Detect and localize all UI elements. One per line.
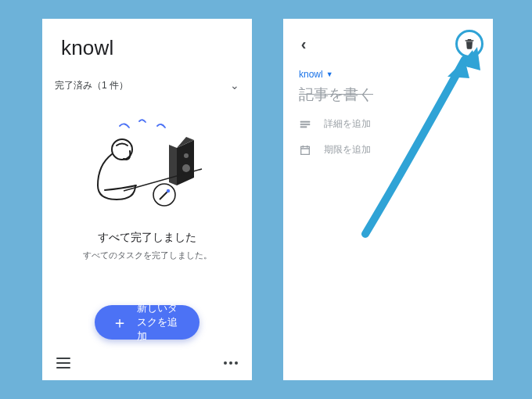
empty-state-illustration [77, 117, 217, 226]
chevron-down-icon: ⌄ [230, 79, 239, 92]
notes-icon [299, 118, 311, 131]
empty-state-subtitle: すべてのタスクを完了しました。 [42, 250, 252, 261]
add-task-button[interactable]: ＋ 新しいタスクを追加 [95, 305, 200, 340]
bottom-bar [42, 346, 252, 380]
screen-task-list: knowl 完了済み（1 件） ⌄ [42, 19, 252, 380]
add-details-row[interactable]: 詳細を追加 [283, 105, 493, 131]
more-icon[interactable] [224, 361, 238, 365]
add-task-button-label: 新しいタスクを追加 [137, 301, 182, 343]
empty-state-title: すべて完了しました [42, 231, 252, 245]
trash-icon [463, 38, 476, 50]
completed-section-label: 完了済み（1 件） [55, 79, 128, 92]
app-title: knowl [42, 19, 252, 70]
calendar-icon [299, 144, 311, 156]
svg-point-5 [167, 189, 170, 192]
screen-task-detail: ‹ knowl ▼ 記事を書く 詳細を追加 期限を追加 [283, 19, 493, 380]
add-details-label: 詳細を追加 [324, 117, 371, 131]
detail-top-bar: ‹ [283, 19, 493, 61]
menu-icon[interactable] [56, 358, 70, 368]
add-date-row[interactable]: 期限を追加 [283, 131, 493, 156]
task-title[interactable]: 記事を書く [283, 80, 493, 105]
svg-point-0 [184, 153, 189, 158]
plus-icon: ＋ [112, 315, 128, 330]
list-selector-label: knowl [299, 69, 323, 80]
dropdown-icon: ▼ [326, 70, 333, 78]
add-date-label: 期限を追加 [324, 143, 371, 156]
list-selector[interactable]: knowl ▼ [283, 61, 493, 80]
delete-button[interactable] [455, 30, 483, 58]
svg-point-1 [182, 164, 190, 172]
completed-section-header[interactable]: 完了済み（1 件） ⌄ [42, 70, 252, 101]
back-button[interactable]: ‹ [294, 35, 313, 53]
